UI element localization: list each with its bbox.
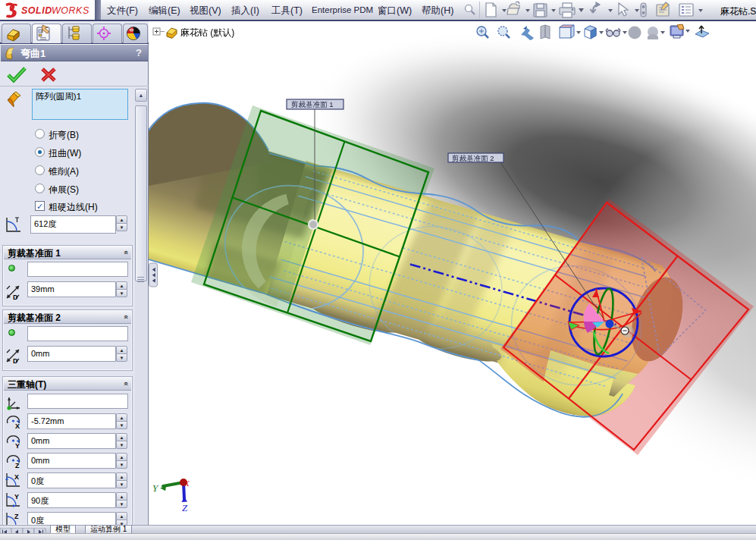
svg-text:SOLID: SOLID — [21, 5, 52, 16]
svg-text:Z: Z — [182, 502, 188, 513]
svg-text:X: X — [15, 422, 20, 429]
svg-text:Y: Y — [15, 442, 20, 449]
svg-text:剪裁基准面 1: 剪裁基准面 1 — [291, 100, 333, 108]
svg-text:D: D — [13, 294, 18, 301]
svg-text:D: D — [13, 357, 18, 365]
svg-text:Z: Z — [15, 462, 20, 469]
svg-text:Y: Y — [14, 493, 19, 501]
svg-text:剪裁基准面 2: 剪裁基准面 2 — [452, 154, 494, 162]
svg-text:X: X — [184, 479, 190, 488]
svg-text:Z: Z — [14, 513, 19, 520]
svg-text:X: X — [14, 473, 19, 481]
svg-text:麻花钻 (默认): 麻花钻 (默认) — [180, 27, 234, 38]
svg-text:WORKS: WORKS — [52, 5, 89, 16]
